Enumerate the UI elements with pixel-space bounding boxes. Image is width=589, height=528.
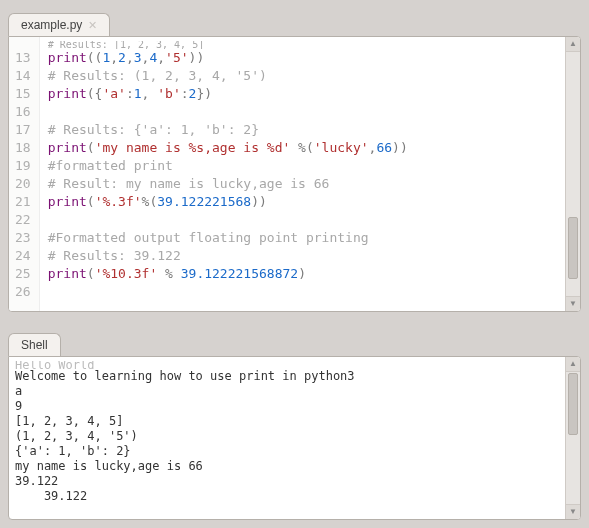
- shell-line: [1, 2, 3, 4, 5]: [15, 414, 574, 429]
- scroll-thumb[interactable]: [568, 217, 578, 279]
- scroll-down-icon[interactable]: ▼: [566, 296, 580, 311]
- shell-line: a: [15, 384, 574, 399]
- editor-scrollbar[interactable]: ▲ ▼: [565, 37, 580, 311]
- code-line: print('%10.3f' % 39.122221568872): [48, 265, 576, 283]
- shell-line: my name is lucky,age is 66: [15, 459, 574, 474]
- shell-output[interactable]: Hello WorldWelcome to learning how to us…: [9, 357, 580, 519]
- code-area[interactable]: # Results: [1, 2, 3, 4, 5]print((1,2,3,4…: [40, 37, 580, 311]
- code-line: # Results: {'a': 1, 'b': 2}: [48, 121, 576, 139]
- scroll-up-icon[interactable]: ▲: [566, 37, 580, 52]
- line-gutter: 1314151617181920212223242526: [9, 37, 40, 311]
- editor-view: 1314151617181920212223242526 # Results: …: [8, 36, 581, 312]
- scroll-up-icon[interactable]: ▲: [566, 357, 580, 372]
- shell-line: Welcome to learning how to use print in …: [15, 369, 574, 384]
- shell-line: 9: [15, 399, 574, 414]
- scroll-down-icon[interactable]: ▼: [566, 504, 580, 519]
- code-line: [48, 103, 576, 121]
- code-line: # Result: my name is lucky,age is 66: [48, 175, 576, 193]
- code-line: # Results: (1, 2, 3, 4, '5'): [48, 67, 576, 85]
- close-icon[interactable]: ✕: [88, 20, 97, 31]
- scroll-thumb[interactable]: [568, 373, 578, 435]
- shell-line: (1, 2, 3, 4, '5'): [15, 429, 574, 444]
- app-window: example.py ✕ 131415161718192021222324252…: [0, 0, 589, 528]
- tab-label: Shell: [21, 338, 48, 352]
- code-line: print('my name is %s,age is %d' %('lucky…: [48, 139, 576, 157]
- code-line: #Formatted output floating point printin…: [48, 229, 576, 247]
- tab-label: example.py: [21, 18, 82, 32]
- code-line: print('%.3f'%(39.122221568)): [48, 193, 576, 211]
- editor-pane: example.py ✕ 131415161718192021222324252…: [0, 0, 589, 320]
- shell-scrollbar[interactable]: ▲ ▼: [565, 357, 580, 519]
- shell-line: 39.122: [15, 474, 574, 489]
- shell-view: Hello WorldWelcome to learning how to us…: [8, 356, 581, 520]
- shell-tabbar: Shell: [0, 320, 589, 356]
- tab-shell[interactable]: Shell: [8, 333, 61, 356]
- code-line: [48, 211, 576, 229]
- code-line: # Results: 39.122: [48, 247, 576, 265]
- code-line: # Results: [1, 2, 3, 4, 5]: [48, 41, 576, 49]
- shell-line: {'a': 1, 'b': 2}: [15, 444, 574, 459]
- code-line: [48, 283, 576, 301]
- code-line: print({'a':1, 'b':2}): [48, 85, 576, 103]
- shell-line: 39.122: [15, 489, 574, 504]
- editor-tabbar: example.py ✕: [0, 0, 589, 36]
- code-line: print((1,2,3,4,'5')): [48, 49, 576, 67]
- code-line: #formatted print: [48, 157, 576, 175]
- shell-pane: Shell Hello WorldWelcome to learning how…: [0, 320, 589, 528]
- tab-example-py[interactable]: example.py ✕: [8, 13, 110, 36]
